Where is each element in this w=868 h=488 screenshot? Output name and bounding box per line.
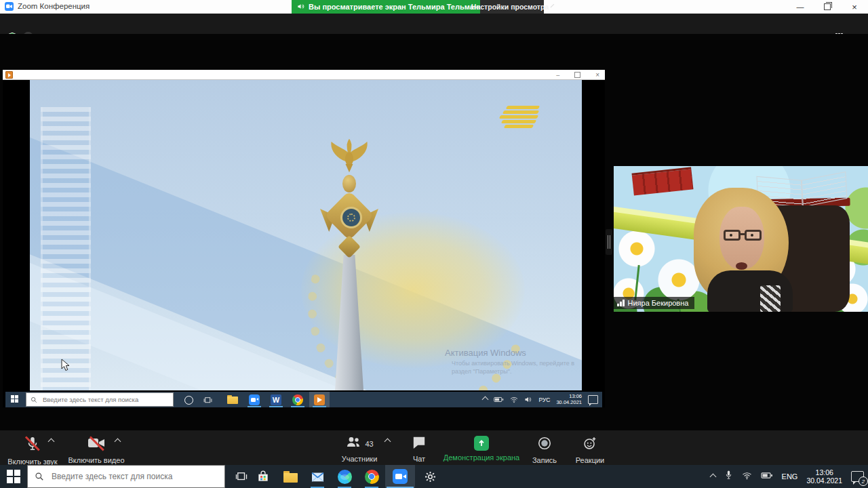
participants-label: Участники: [342, 455, 378, 463]
shared-language-indicator[interactable]: РУС: [538, 396, 550, 403]
microphone-tray-icon[interactable]: [724, 470, 733, 483]
signal-bars-icon: [617, 300, 625, 306]
windows-logo-icon: [7, 470, 20, 483]
speaker-icon: [297, 1, 304, 13]
camera-off-icon: [87, 436, 105, 453]
media-player-icon: [314, 394, 325, 405]
shared-close-icon[interactable]: ×: [595, 71, 599, 79]
participants-button[interactable]: 43 Участники: [326, 430, 393, 465]
host-file-explorer-button[interactable]: [277, 465, 304, 488]
shared-window-titlebar: – ×: [3, 70, 605, 80]
shared-minimize-icon[interactable]: –: [556, 72, 559, 79]
search-icon: [31, 396, 37, 403]
share-screen-label: Демонстрация экрана: [443, 453, 519, 462]
reactions-button[interactable]: Реакции: [568, 430, 612, 465]
shared-clock[interactable]: 13:06 30.04.2021: [556, 394, 582, 405]
shared-word-button[interactable]: W: [266, 392, 286, 407]
share-screen-icon: [474, 436, 489, 451]
tray-chevron-icon[interactable]: [709, 473, 716, 480]
host-store-button[interactable]: [250, 465, 277, 488]
shared-zoom-button[interactable]: [244, 392, 264, 407]
shared-restore-icon[interactable]: [574, 72, 580, 78]
zoom-icon: [393, 469, 408, 484]
cortana-icon[interactable]: [184, 396, 193, 405]
zoom-app-icon: [5, 2, 14, 11]
volume-icon[interactable]: [524, 394, 532, 406]
shared-search-box[interactable]: [26, 392, 174, 407]
chat-icon: [412, 436, 427, 452]
host-settings-button[interactable]: [416, 465, 443, 488]
settings-gear-icon: [424, 470, 437, 483]
edge-icon: [338, 470, 352, 484]
start-video-button[interactable]: Включить видео: [65, 430, 127, 465]
window-titlebar: Zoom Конференция Вы просматриваете экран…: [0, 0, 868, 14]
shared-taskbar: W РУС 13:06 30.04.2021: [5, 392, 602, 407]
shared-file-explorer-button[interactable]: [222, 392, 243, 407]
host-taskbar: ENG 13:06 30.04.2021 2: [0, 465, 868, 488]
record-button[interactable]: Запись: [521, 430, 568, 465]
host-language-indicator[interactable]: ENG: [782, 472, 798, 481]
mouth: [736, 262, 747, 270]
host-zoom-button[interactable]: [385, 465, 415, 488]
host-search-box[interactable]: [27, 465, 225, 488]
start-video-label: Включить видео: [68, 456, 124, 464]
video-options-chevron[interactable]: [115, 439, 121, 445]
battery-icon[interactable]: [761, 470, 773, 483]
participants-chevron[interactable]: [384, 439, 391, 445]
meeting-info-bar: Запись Вид: [0, 14, 868, 34]
windows-activation-watermark: Активация Windows: [445, 348, 526, 358]
host-edge-button[interactable]: [331, 465, 358, 488]
shared-task-view-icon[interactable]: [203, 395, 212, 407]
host-chrome-button[interactable]: [358, 465, 385, 488]
audio-options-chevron[interactable]: [48, 439, 55, 445]
screen-view-banner: Вы просматриваете экран Тельмира Тельман…: [292, 0, 480, 14]
shared-media-player-button[interactable]: [309, 392, 330, 407]
chrome-icon: [292, 394, 303, 405]
notification-badge: 2: [859, 476, 868, 486]
mail-icon: [311, 471, 325, 483]
shared-search-input[interactable]: [41, 395, 166, 404]
microphone-muted-icon: [25, 436, 40, 455]
task-view-icon: [235, 470, 248, 483]
shared-system-tray: РУС 13:06 30.04.2021: [483, 392, 598, 407]
host-mail-button[interactable]: [304, 465, 331, 488]
minimize-button[interactable]: —: [787, 0, 814, 14]
shared-media-window: – ×: [3, 70, 605, 407]
shared-action-center-icon[interactable]: [588, 395, 598, 404]
participant-name-tag: Нияра Бекировна: [614, 297, 694, 309]
shared-window-controls: – ×: [556, 70, 599, 80]
glasses-bridge: [739, 233, 745, 235]
unmute-button[interactable]: Включить звук: [0, 430, 65, 465]
striped-collar: [760, 285, 781, 312]
share-screen-button[interactable]: Демонстрация экрана: [427, 430, 536, 465]
host-system-tray: ENG 13:06 30.04.2021 2: [711, 465, 864, 488]
banner-text: Вы просматриваете экран Тельмира Тельман…: [309, 3, 496, 11]
wifi-icon[interactable]: [510, 394, 518, 406]
close-button[interactable]: ×: [841, 0, 868, 14]
samruk-bird-statue: [327, 137, 372, 178]
host-search-input[interactable]: [50, 471, 209, 482]
battery-icon[interactable]: [494, 394, 504, 406]
participant-person: [694, 184, 802, 312]
reactions-label: Реакции: [576, 456, 605, 464]
shared-start-button[interactable]: [11, 395, 18, 403]
participant-video[interactable]: Нияра Бекировна: [614, 166, 868, 312]
minimize-icon: —: [797, 3, 804, 11]
view-options-label: Настройки просмотра: [471, 3, 549, 11]
chevron-down-icon: [551, 4, 555, 8]
file-explorer-icon: [283, 471, 298, 483]
word-icon: W: [271, 394, 281, 405]
tray-chevron-icon[interactable]: [482, 396, 489, 403]
flag-ornament-strip: [41, 107, 91, 390]
wifi-icon[interactable]: [742, 470, 752, 483]
close-icon: ×: [852, 2, 857, 12]
host-start-button[interactable]: [0, 465, 27, 488]
participants-count: 43: [365, 440, 373, 448]
action-center-button[interactable]: 2: [851, 471, 864, 482]
zoom-icon: [249, 394, 260, 405]
shared-chrome-button[interactable]: [288, 392, 308, 407]
view-options-button[interactable]: Настройки просмотра: [480, 0, 544, 14]
panel-drag-handle[interactable]: [606, 229, 612, 255]
host-clock[interactable]: 13:06 30.04.2021: [806, 468, 842, 485]
restore-button[interactable]: [814, 0, 841, 14]
